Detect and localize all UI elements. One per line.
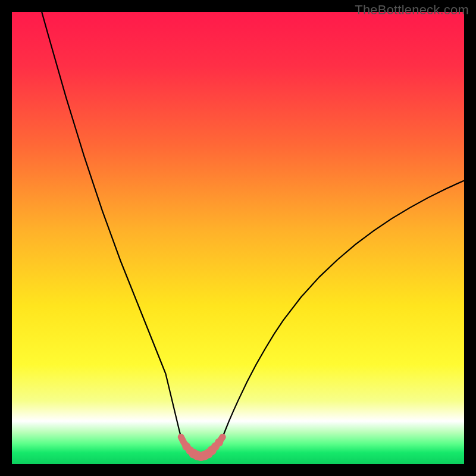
app-frame: TheBottleneck.com: [0, 0, 476, 476]
watermark-text: TheBottleneck.com: [355, 2, 469, 18]
marker-dot: [178, 434, 184, 440]
bottleneck-chart: [12, 12, 464, 464]
marker-dot: [220, 434, 226, 440]
chart-background: [12, 12, 464, 464]
